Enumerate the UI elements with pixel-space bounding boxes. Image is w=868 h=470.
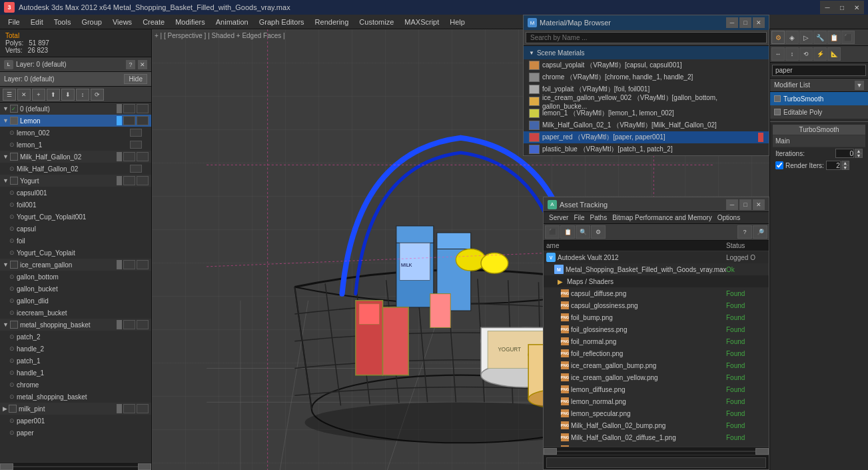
at-menu-paths[interactable]: Paths bbox=[588, 213, 610, 222]
layer-item-paper001[interactable]: ⊙ paper001 bbox=[0, 415, 151, 427]
mat-browser-close[interactable]: ✕ bbox=[753, 17, 765, 28]
ts-render-iters-check[interactable] bbox=[775, 161, 783, 169]
layer-item-lemon002[interactable]: ⊙ lemon_002 bbox=[0, 127, 151, 139]
layer-item-milkpint[interactable]: ▶ milk_pint bbox=[0, 403, 151, 415]
ts-iterations-up[interactable]: ▲ bbox=[855, 149, 863, 153]
panel-icon5[interactable]: 📋 bbox=[827, 31, 841, 44]
at-row-milk-bump[interactable]: PNG Milk_Half_Gallon_02_bump.png Found bbox=[544, 419, 769, 431]
at-scrollbar-h[interactable] bbox=[544, 447, 769, 455]
menu-views[interactable]: Views bbox=[107, 17, 137, 27]
at-row-capsul-diffuse[interactable]: PNG capsul_diffuse.png Found bbox=[544, 287, 769, 299]
menu-customize[interactable]: Customize bbox=[354, 17, 399, 27]
menu-edit[interactable]: Edit bbox=[25, 17, 49, 27]
at-tb-btn6[interactable]: 🔎 bbox=[753, 225, 767, 239]
layer-item-foil001[interactable]: ⊙ foil001 bbox=[0, 199, 151, 211]
at-row-maps[interactable]: ▶ Maps / Shaders bbox=[544, 275, 769, 287]
layer-item-lemon[interactable]: ▼ Lemon bbox=[0, 115, 151, 127]
ts-iterations-input[interactable] bbox=[835, 149, 854, 158]
at-menu-server[interactable]: Server bbox=[546, 213, 571, 222]
layer-item-milk[interactable]: ▼ Milk_Half_Gallon_02 bbox=[0, 151, 151, 163]
at-row-capsul-glossiness[interactable]: PNG capsul_glossiness.png Found bbox=[544, 299, 769, 311]
at-row-lemon-diffuse[interactable]: PNG lemon_diffuse.png Found bbox=[544, 383, 769, 395]
ts-render-iters-down[interactable]: ▼ bbox=[841, 165, 849, 170]
mat-scene-header[interactable]: ▼ Scene Materials bbox=[524, 46, 769, 59]
mat-search-input[interactable] bbox=[526, 32, 767, 43]
at-row-vault[interactable]: V Autodesk Vault 2012 Logged O bbox=[544, 251, 769, 263]
panel-icon-b[interactable]: ↕ bbox=[785, 47, 799, 61]
layers-tb-btn4[interactable]: ⬆ bbox=[47, 89, 60, 101]
menu-modifiers[interactable]: Modifiers bbox=[170, 17, 211, 27]
cmd-panel-icon[interactable]: ⚙ bbox=[771, 31, 785, 44]
layer-item-paper[interactable]: ⊙ paper bbox=[0, 427, 151, 439]
layer-item-icecream[interactable]: ▼ ice_cream_gallon bbox=[0, 259, 151, 271]
layer-item-milk02[interactable]: ⊙ Milk_Half_Gallon_02 bbox=[0, 163, 151, 175]
at-tb-btn2[interactable]: 📋 bbox=[560, 225, 575, 239]
maximize-btn[interactable]: □ bbox=[835, 1, 849, 14]
layer-item-capsul[interactable]: ⊙ capsul bbox=[0, 223, 151, 235]
minimize-btn[interactable]: ─ bbox=[820, 1, 835, 14]
at-row-foil-normal[interactable]: PNG foil_normal.png Found bbox=[544, 335, 769, 347]
layer-item-handle2[interactable]: ⊙ handle_2 bbox=[0, 343, 151, 355]
panel-icon6[interactable]: ⬛ bbox=[841, 31, 855, 44]
layers-tb-btn1[interactable]: ☰ bbox=[3, 89, 16, 101]
panel-icon-d[interactable]: ⚡ bbox=[813, 47, 827, 61]
menu-help[interactable]: Help bbox=[444, 17, 470, 27]
at-menu-options[interactable]: Options bbox=[715, 213, 743, 222]
layers-tb-btn5[interactable]: ⬇ bbox=[61, 89, 75, 101]
at-row-maxfile[interactable]: M Metal_Shopping_Basket_Filled_with_Good… bbox=[544, 263, 769, 275]
layer-item-gallondlid[interactable]: ⊙ gallon_dlid bbox=[0, 295, 151, 307]
panel-icon-c[interactable]: ⟲ bbox=[799, 47, 813, 61]
at-row-foil-glossiness[interactable]: PNG foil_glossiness.png Found bbox=[544, 323, 769, 335]
at-row-lemon-specular[interactable]: PNG lemon_specular.png Found bbox=[544, 407, 769, 419]
menu-animation[interactable]: Animation bbox=[211, 17, 254, 27]
at-search-input[interactable] bbox=[546, 457, 766, 468]
at-row-lemon-normal[interactable]: PNG lemon_normal.png Found bbox=[544, 395, 769, 407]
layer-item-yogurtcup001[interactable]: ⊙ Yogurt_Cup_Yoplait001 bbox=[0, 211, 151, 223]
layers-tb-btn3[interactable]: + bbox=[32, 89, 45, 101]
layer-item-patch1[interactable]: ⊙ patch_1 bbox=[0, 355, 151, 367]
layers-tb-btn2[interactable]: ✕ bbox=[17, 89, 31, 101]
layer-item-metalbasket[interactable]: ⊙ metal_shopping_basket bbox=[0, 391, 151, 403]
menu-group[interactable]: Group bbox=[76, 17, 107, 27]
mat-item-capsul[interactable]: capsul_yoplait （VRayMtl）[capsul, capsul0… bbox=[524, 59, 769, 71]
at-menu-bitmap[interactable]: Bitmap Performance and Memory bbox=[610, 213, 715, 222]
mat-item-chrome[interactable]: chrome （VRayMtl）[chrome, handle_1, handl… bbox=[524, 71, 769, 83]
layer-item-basket[interactable]: ▼ metal_shopping_basket bbox=[0, 319, 151, 331]
layer-item-gallonbucket[interactable]: ⊙ gallon_bucket bbox=[0, 283, 151, 295]
layer-item-lemon1[interactable]: ⊙ lemon_1 bbox=[0, 139, 151, 151]
at-row-foil-bump[interactable]: PNG foil_bump.png Found bbox=[544, 311, 769, 323]
utilities-panel-icon[interactable]: 🔧 bbox=[813, 31, 827, 44]
menu-maxscript[interactable]: MAXScript bbox=[399, 17, 444, 27]
layer-item-yogurt[interactable]: ▼ Yogurt bbox=[0, 175, 151, 187]
at-menu-file[interactable]: File bbox=[571, 213, 587, 222]
ts-render-iters-up[interactable]: ▲ bbox=[841, 161, 849, 165]
at-tb-btn5[interactable]: ? bbox=[737, 225, 752, 239]
close-btn[interactable]: ✕ bbox=[849, 1, 864, 14]
layer-item-handle1[interactable]: ⊙ handle_1 bbox=[0, 367, 151, 379]
at-row-milk-diffuse[interactable]: PNG Milk_Half_Gallon_02_diffuse_1.png Fo… bbox=[544, 431, 769, 443]
layer-item-chrome[interactable]: ⊙ chrome bbox=[0, 379, 151, 391]
layer-item-0[interactable]: ▼ ✓ 0 (default) bbox=[0, 103, 151, 115]
layer-item-yogurtcup[interactable]: ⊙ Yogurt_Cup_Yoplait bbox=[0, 247, 151, 259]
display-panel-icon[interactable]: ◈ bbox=[785, 31, 799, 44]
mat-browser-min[interactable]: ─ bbox=[726, 17, 738, 28]
layer-item-patch2[interactable]: ⊙ patch_2 bbox=[0, 331, 151, 343]
turbosmooth-entry[interactable]: TurboSmooth bbox=[770, 92, 868, 105]
mat-browser-max[interactable]: □ bbox=[739, 17, 751, 28]
at-row-icecream-yellow[interactable]: PNG ice_cream_gallon_yellow.png Found bbox=[544, 371, 769, 383]
layers-tb-btn7[interactable]: ⟳ bbox=[91, 89, 104, 101]
layer-item-icecreambucket[interactable]: ⊙ icecream_bucket bbox=[0, 307, 151, 319]
at-min-btn[interactable]: ─ bbox=[726, 199, 738, 210]
layers-tb-btn6[interactable]: ↕ bbox=[76, 89, 89, 101]
layer-item-foil[interactable]: ⊙ foil bbox=[0, 235, 151, 247]
at-row-foil-reflection[interactable]: PNG foil_reflection.png Found bbox=[544, 347, 769, 359]
mat-item-milkhalf[interactable]: Milk_Half_Gallon_02_1 （VRayMtl）[Milk_Hal… bbox=[524, 119, 769, 131]
mat-item-icecream[interactable]: ice_cream_gallon_yellow_002 （VRayMtl）[ga… bbox=[524, 95, 769, 107]
panel-icon-e[interactable]: 📐 bbox=[827, 47, 841, 61]
menu-rendering[interactable]: Rendering bbox=[310, 17, 354, 27]
layers-help-btn[interactable]: ? bbox=[126, 60, 135, 69]
at-tb-btn4[interactable]: ⚙ bbox=[591, 225, 606, 239]
layers-close-btn[interactable]: ✕ bbox=[138, 60, 147, 69]
menu-tools[interactable]: Tools bbox=[49, 17, 77, 27]
editable-poly-entry[interactable]: Editable Poly bbox=[770, 105, 868, 119]
